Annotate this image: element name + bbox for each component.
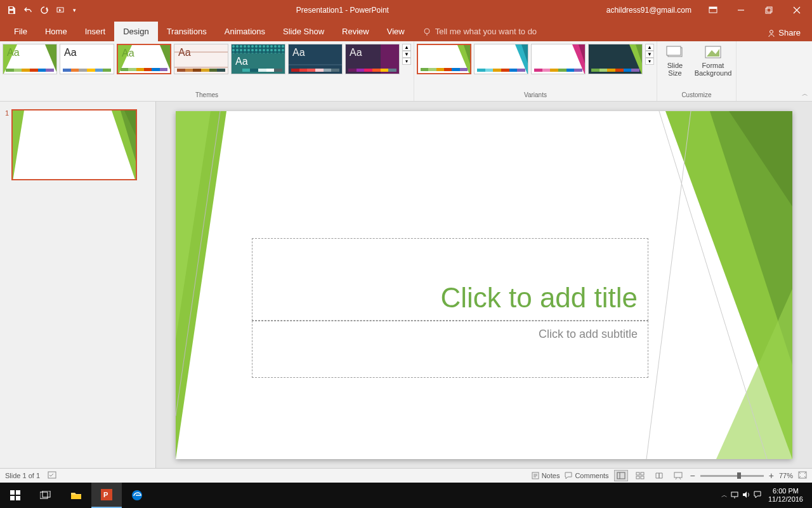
svg-point-12 <box>770 30 773 33</box>
undo-icon[interactable] <box>20 3 36 18</box>
notes-button[interactable]: Notes <box>532 472 560 479</box>
tab-review[interactable]: Review <box>333 22 378 41</box>
maximize-icon[interactable] <box>756 0 782 20</box>
theme-office[interactable]: Aa <box>60 44 114 74</box>
spellcheck-icon[interactable] <box>48 471 56 480</box>
tray-overflow-icon[interactable]: ︿ <box>721 491 728 500</box>
zoom-out-icon[interactable]: − <box>690 471 695 481</box>
windows-taskbar: P ︿ 6:00 PM 11/12/2016 <box>0 483 812 508</box>
variant-green[interactable] <box>417 44 471 74</box>
svg-rect-56 <box>636 472 639 475</box>
variants-scroll-down[interactable]: ▼ <box>645 51 654 58</box>
zoom-level[interactable]: 77% <box>779 472 793 479</box>
share-button[interactable]: Share <box>761 24 807 41</box>
tab-design[interactable]: Design <box>114 22 157 41</box>
lightbulb-icon <box>422 27 431 36</box>
variant-dark[interactable] <box>588 44 643 74</box>
edge-taskbar-button[interactable] <box>122 483 152 508</box>
ribbon-display-options-icon[interactable] <box>700 0 726 20</box>
tab-home[interactable]: Home <box>36 22 76 41</box>
window-title: Presentation1 - PowerPoint <box>79 6 606 15</box>
theme-facet-selected[interactable]: Aa <box>117 44 171 74</box>
start-from-beginning-icon[interactable] <box>53 3 69 18</box>
collapse-ribbon-icon[interactable]: ︿ <box>802 90 808 98</box>
svg-rect-60 <box>674 472 682 478</box>
network-icon[interactable] <box>730 490 739 500</box>
themes-scroll-up[interactable]: ▲ <box>402 44 411 51</box>
svg-text:P: P <box>103 491 108 498</box>
tab-insert[interactable]: Insert <box>76 22 115 41</box>
folder-icon <box>70 491 82 500</box>
slide-sorter-view-icon[interactable] <box>633 470 647 481</box>
zoom-slider[interactable] <box>700 475 764 477</box>
tab-slideshow[interactable]: Slide Show <box>274 22 333 41</box>
themes-scroll-down[interactable]: ▼ <box>402 51 411 58</box>
svg-rect-65 <box>16 490 20 495</box>
slide-size-button[interactable]: Slide Size <box>660 44 690 78</box>
fit-to-window-icon[interactable] <box>798 471 807 480</box>
theme-facet-current[interactable]: Aa <box>3 44 57 74</box>
slide-editor[interactable]: Click to add title Click to add subtitle <box>156 102 812 468</box>
task-view-icon <box>40 491 51 500</box>
ribbon-tabs: File Home Insert Design Transitions Anim… <box>0 20 812 41</box>
svg-marker-76 <box>743 491 747 498</box>
redo-icon[interactable] <box>37 3 52 18</box>
file-explorer-button[interactable] <box>61 483 91 508</box>
svg-rect-66 <box>10 496 15 500</box>
zoom-in-icon[interactable]: + <box>769 471 774 481</box>
tab-animations[interactable]: Animations <box>216 22 274 41</box>
close-icon[interactable] <box>784 0 809 20</box>
reading-view-icon[interactable] <box>652 470 666 481</box>
tab-view[interactable]: View <box>378 22 414 41</box>
tab-file[interactable]: File <box>5 22 36 41</box>
notes-icon <box>532 472 539 479</box>
slide-decoration-right <box>640 111 792 459</box>
variants-scroll-up[interactable]: ▲ <box>645 44 654 51</box>
title-placeholder[interactable]: Click to add title <box>252 238 648 321</box>
svg-rect-59 <box>641 476 644 479</box>
action-center-icon[interactable] <box>753 490 762 500</box>
svg-rect-21 <box>232 44 285 53</box>
slide-thumbnail-1[interactable]: 1 <box>5 109 150 180</box>
qat-dropdown-icon[interactable]: ▾ <box>70 3 79 18</box>
edge-icon <box>131 490 143 501</box>
theme-ion[interactable]: Aa <box>288 44 343 74</box>
slide-number: 1 <box>5 109 9 180</box>
svg-rect-6 <box>766 8 771 13</box>
svg-rect-4 <box>709 7 717 9</box>
normal-view-icon[interactable] <box>614 470 628 481</box>
svg-rect-70 <box>71 495 81 499</box>
slideshow-view-icon[interactable] <box>671 470 685 481</box>
variants-expand[interactable]: ▾ <box>645 58 654 65</box>
save-icon[interactable] <box>4 3 19 18</box>
theme-integral[interactable]: Aa <box>231 44 285 74</box>
clock[interactable]: 6:00 PM 11/12/2016 <box>764 487 807 504</box>
svg-rect-74 <box>731 492 738 497</box>
svg-rect-58 <box>636 476 639 479</box>
windows-icon <box>10 490 20 500</box>
theme-gallery[interactable]: Aa <box>174 44 228 74</box>
powerpoint-taskbar-button[interactable]: P <box>91 483 122 508</box>
quick-access-toolbar: ▾ <box>0 3 79 18</box>
variant-teal[interactable] <box>474 44 528 74</box>
subtitle-placeholder[interactable]: Click to add subtitle <box>252 321 648 378</box>
format-background-button[interactable]: Format Background <box>693 44 733 78</box>
themes-expand[interactable]: ▾ <box>402 58 411 65</box>
themes-scroll: ▲ ▼ ▾ <box>402 44 411 65</box>
slide-size-icon <box>666 45 684 60</box>
svg-marker-36 <box>13 110 24 180</box>
tab-transitions[interactable]: Transitions <box>158 22 216 41</box>
tell-me-search[interactable]: Tell me what you want to do <box>414 22 546 41</box>
comments-button[interactable]: Comments <box>565 472 608 479</box>
volume-icon[interactable] <box>742 490 750 500</box>
task-view-button[interactable] <box>30 483 61 508</box>
svg-rect-1 <box>10 11 13 13</box>
user-account[interactable]: achildress91@gmail.com <box>606 6 691 15</box>
subtitle-placeholder-text: Click to add subtitle <box>539 328 638 371</box>
variant-magenta[interactable] <box>531 44 586 74</box>
minimize-icon[interactable] <box>728 0 754 20</box>
start-button[interactable] <box>0 483 30 508</box>
theme-ion-boardroom[interactable]: Aa <box>345 44 400 74</box>
variants-scroll: ▲ ▼ ▾ <box>645 44 654 65</box>
svg-rect-33 <box>667 46 681 55</box>
